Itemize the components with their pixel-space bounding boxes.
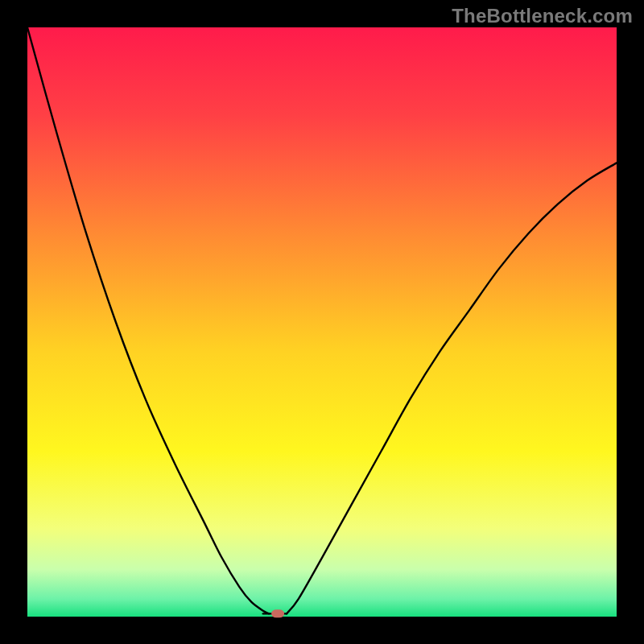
chart-frame: TheBottleneck.com [0,0,644,644]
chart-svg [0,0,644,644]
watermark-label: TheBottleneck.com [452,5,633,27]
bottleneck-marker [271,609,284,617]
